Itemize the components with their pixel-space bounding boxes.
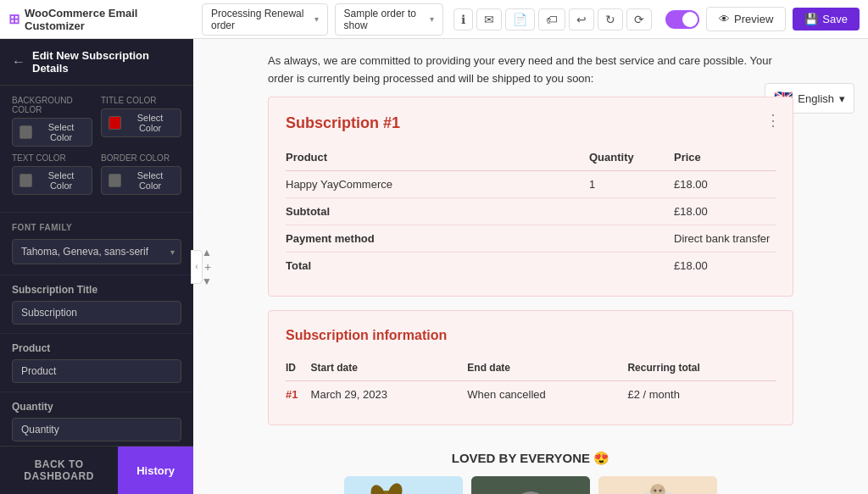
color-row-1: BACKGROUND COLOR Select Color TITLE COLO… [12,96,181,147]
sub-id-link[interactable]: #1 [286,388,298,401]
text-color-field: TEXT COLOR Select Color [12,153,92,195]
document-icon-btn[interactable]: 📄 [505,8,535,31]
border-color-field: BORDER COLOR Select Color [101,153,181,195]
subtotal-label-cell: Subtotal [286,197,589,225]
font-select-wrap: Tahoma, Geneva, sans-serif ▾ [12,239,181,264]
title-color-field: TITLE COLOR Select Color [101,96,181,147]
quantity-input[interactable] [12,418,181,441]
preview-toggle[interactable] [665,10,699,29]
color-row-2: TEXT COLOR Select Color BORDER COLOR Sel… [12,153,181,195]
subscription-title-label: Subscription Title [12,284,181,296]
subscription-info-block: Subscription information ID Start date E… [268,310,793,425]
text-color-swatch [19,174,32,187]
main-layout: ← Edit New Subscription Details BACKGROU… [0,39,868,494]
subtotal-value-cell: £18.00 [674,197,776,225]
table-row: Payment method Direct bank transfer [286,225,776,252]
font-family-label: FONT FAMILY [12,223,181,232]
back-arrow-icon[interactable]: ← [12,54,25,69]
id-col-header: ID [286,355,311,381]
scroll-arrows: ▲ + ▼ [202,247,214,286]
email-icon-btn[interactable]: ✉ [476,8,502,31]
eye-icon: 👁 [719,13,730,25]
redo-icon-btn[interactable]: ↻ [598,8,623,31]
email-body: As always, we are committed to providing… [268,39,793,494]
undo-icon-btn[interactable]: ↩ [569,8,594,31]
text-color-button[interactable]: Select Color [12,166,92,195]
start-col-header: Start date [311,355,468,381]
product-input[interactable] [12,359,181,383]
subscription-title-section: Subscription Title [0,275,193,334]
preview-label: Preview [734,13,773,25]
title-color-button[interactable]: Select Color [101,108,181,137]
price-cell: £18.00 [674,170,776,197]
scroll-up-arrow[interactable]: ▲ [202,247,214,258]
pet-image-2-svg [471,476,590,494]
colors-section: BACKGROUND COLOR Select Color TITLE COLO… [0,86,193,213]
loved-image-3 [598,476,717,494]
sidebar-header: ← Edit New Subscription Details [0,39,193,86]
subscription-title: Subscription #1 [286,114,776,132]
tag-icon-btn[interactable]: 🏷 [538,8,565,31]
sidebar: ← Edit New Subscription Details BACKGROU… [0,39,193,494]
background-color-field: BACKGROUND COLOR Select Color [12,96,92,147]
preview-button[interactable]: 👁 Preview [706,7,786,31]
scroll-down-arrow[interactable]: ▼ [202,276,214,286]
sample-dropdown-label: Sample order to show [344,8,426,31]
price-col-header: Price [674,144,776,171]
preview-toggle-wrap [665,10,699,29]
grid-icon: ⊞ [8,11,19,27]
title-color-label: TITLE COLOR [101,96,181,105]
scroll-plus[interactable]: + [202,261,214,273]
order-dropdown-chevron: ▾ [314,14,319,24]
bg-color-label: BACKGROUND COLOR [12,96,92,114]
border-color-swatch [108,174,121,187]
svg-point-27 [659,489,662,491]
product-section-label: Product [12,342,181,354]
product-col-header: Product [286,144,589,171]
quantity-label: Quantity [12,401,181,413]
toolbar-icons: ℹ ✉ 📄 🏷 ↩ ↻ ⟳ [453,8,652,31]
font-select[interactable]: Tahoma, Geneva, sans-serif [12,239,181,264]
loved-images [268,476,793,494]
order-dropdown[interactable]: Processing Renewal order ▾ [202,3,328,36]
save-icon: 💾 [804,13,818,25]
quantity-section: Quantity [0,392,193,446]
quantity-cell: 1 [589,170,674,197]
subscription-info-table: ID Start date End date Recurring total #… [286,355,776,408]
table-row: Total £18.00 [286,252,776,279]
total-value-cell: £18.00 [674,252,776,279]
order-dropdown-label: Processing Renewal order [211,8,309,31]
brand: ⊞ WooCommerce Email Customizer [8,7,195,32]
sidebar-footer: BACK TO DASHBOARD History [0,446,193,494]
end-col-header: End date [467,355,627,381]
history-label: History [136,464,175,477]
font-section: FONT FAMILY Tahoma, Geneva, sans-serif ▾ [0,213,193,275]
toolbar: ⊞ WooCommerce Email Customizer Processin… [0,0,868,39]
pet-image-1-svg [344,476,463,494]
bg-color-button[interactable]: Select Color [12,118,92,147]
sidebar-header-title: Edit New Subscription Details [32,49,181,75]
info-icon-btn[interactable]: ℹ [453,8,473,31]
bg-color-swatch [19,125,32,139]
language-chevron-icon: ▾ [839,92,845,105]
product-section: Product [0,334,193,392]
three-dot-menu[interactable]: ⋮ [765,111,781,130]
border-color-button[interactable]: Select Color [101,166,181,195]
payment-label-cell: Payment method [286,225,589,252]
start-date-cell: March 29, 2023 [311,380,468,408]
recurring-col-header: Recurring total [627,355,776,381]
history-button[interactable]: History [118,447,193,494]
subscription-title-input[interactable] [12,301,181,325]
refresh-icon-btn[interactable]: ⟳ [626,8,652,31]
collapse-handle[interactable]: ‹ [191,250,203,284]
loved-title: LOVED BY EVERYONE 😍 [268,451,793,466]
sample-dropdown[interactable]: Sample order to show ▾ [335,3,444,36]
table-row: Subtotal £18.00 [286,197,776,225]
border-color-label: BORDER COLOR [101,153,181,163]
save-button[interactable]: 💾 Save [793,8,860,31]
back-dashboard-button[interactable]: BACK TO DASHBOARD [0,447,118,494]
subscription-block: Subscription #1 ⋮ Product Quantity Price [268,97,793,297]
save-label: Save [822,13,848,25]
total-label-cell: Total [286,252,589,279]
border-select-color-label: Select Color [126,170,174,191]
